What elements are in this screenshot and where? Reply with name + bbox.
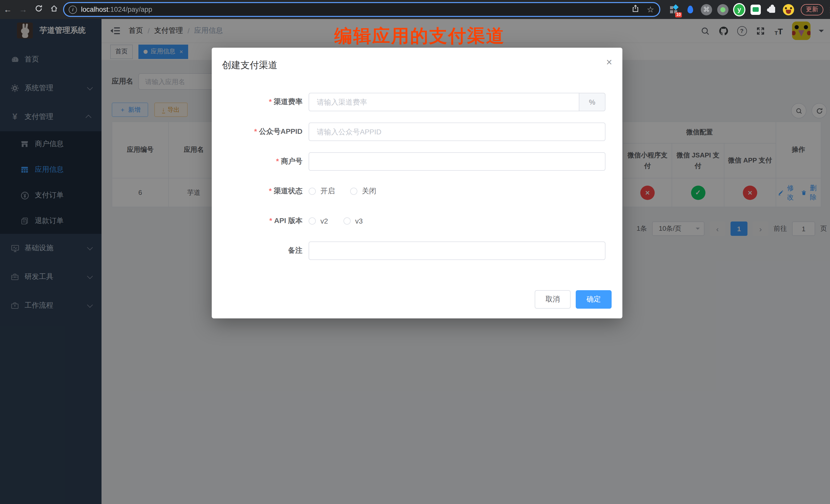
radio-circle-icon	[309, 188, 316, 195]
cancel-button[interactable]: 取消	[535, 290, 571, 309]
merchant-label: *商户号	[212, 157, 309, 166]
form-row-rate: *渠道费率 %	[212, 93, 622, 111]
browser-toolbar: ← → i localhost:1024/pay/app ☆	[0, 0, 830, 19]
bookmark-star-icon[interactable]: ☆	[647, 5, 654, 14]
rate-label: *渠道费率	[212, 97, 309, 107]
dialog-header: 创建支付渠道 ×	[212, 48, 622, 71]
screen: ← → i localhost:1024/pay/app ☆	[0, 0, 830, 504]
extension-dot-icon[interactable]	[717, 3, 729, 16]
browser-reload-icon[interactable]	[31, 5, 46, 14]
extension-badge: 10	[675, 12, 682, 17]
browser-back-icon[interactable]: ←	[0, 5, 15, 14]
dialog-body: *渠道费率 % *公众号APPID *商户号	[212, 71, 622, 260]
form-row-appid: *公众号APPID	[212, 123, 622, 141]
radio-status-off[interactable]: 关闭	[350, 187, 376, 196]
browser-forward-icon[interactable]: →	[15, 5, 31, 14]
extension-balloon-icon[interactable]	[684, 3, 696, 16]
dialog-footer: 取消 确定	[535, 290, 612, 309]
site-info-icon[interactable]: i	[69, 5, 77, 13]
api-label: *API 版本	[212, 216, 309, 226]
extensions-area: 10 ⌘ y	[665, 3, 797, 16]
appid-input[interactable]	[309, 123, 605, 141]
form-row-remark: 备注	[212, 242, 622, 260]
extension-y-icon[interactable]: y	[733, 3, 745, 16]
status-label: *渠道状态	[212, 187, 309, 196]
browser-update-button[interactable]: 更新	[801, 4, 823, 15]
rate-input[interactable]	[309, 93, 579, 111]
form-row-api: *API 版本 v2 v3	[212, 212, 622, 230]
radio-api-v3[interactable]: v3	[344, 217, 363, 225]
merchant-input[interactable]	[309, 152, 605, 171]
share-icon[interactable]	[632, 5, 639, 14]
extension-command-icon[interactable]: ⌘	[700, 3, 712, 16]
radio-circle-icon	[350, 188, 357, 195]
form-row-merchant: *商户号	[212, 152, 622, 171]
percent-append: %	[579, 93, 605, 111]
radio-status-on[interactable]: 开启	[309, 187, 335, 196]
browser-home-icon[interactable]	[46, 5, 62, 14]
browser-menu-icon[interactable]: ⋮	[827, 6, 830, 13]
form-row-status: *渠道状态 开启 关闭	[212, 182, 622, 200]
extension-chat-icon[interactable]	[749, 3, 762, 16]
extension-grid-icon[interactable]: 10	[668, 3, 680, 16]
remark-input[interactable]	[309, 242, 605, 260]
remark-label: 备注	[212, 246, 309, 255]
url-text[interactable]: localhost:1024/pay/app	[81, 6, 152, 13]
address-bar[interactable]: i localhost:1024/pay/app ☆	[63, 2, 660, 17]
create-pay-channel-dialog: 创建支付渠道 × *渠道费率 % *公众号APPID *	[212, 48, 622, 318]
appid-label: *公众号APPID	[212, 127, 309, 136]
profile-emoji-avatar[interactable]	[782, 3, 795, 16]
extensions-puzzle-icon[interactable]	[766, 3, 778, 16]
radio-circle-icon	[309, 217, 316, 225]
close-icon[interactable]: ×	[606, 57, 612, 67]
radio-circle-icon	[344, 217, 351, 225]
radio-api-v2[interactable]: v2	[309, 217, 328, 225]
dialog-title: 创建支付渠道	[222, 60, 277, 70]
annotation-text: 编辑应用的支付渠道	[334, 24, 505, 48]
confirm-button[interactable]: 确定	[576, 290, 612, 309]
